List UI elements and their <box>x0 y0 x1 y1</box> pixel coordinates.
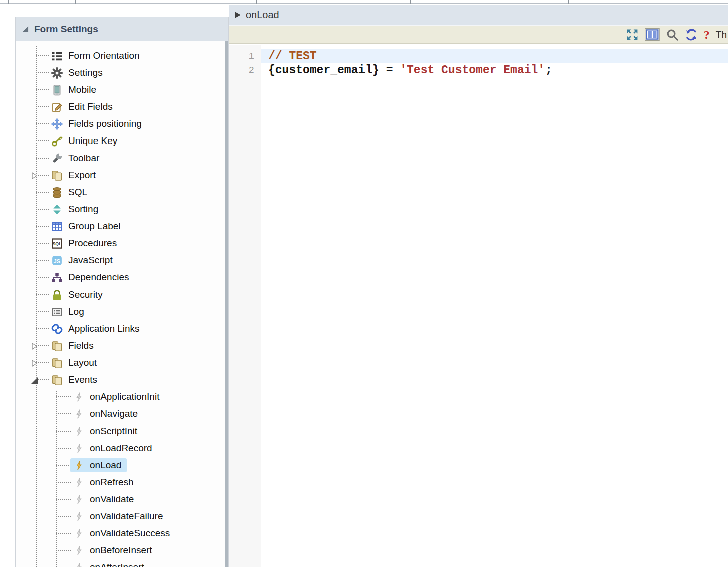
folder-icon <box>50 339 63 352</box>
tree-item-label: Events <box>68 374 97 385</box>
sidebar-item-log[interactable]: Log <box>16 303 228 320</box>
tab-separator <box>256 0 257 4</box>
sidebar-item-onloadrecord[interactable]: onLoadRecord <box>16 440 228 457</box>
lightning-icon <box>73 494 84 505</box>
lightning-icon <box>73 545 84 556</box>
padlock-icon <box>50 288 63 301</box>
wrench-icon <box>50 152 63 165</box>
lightning-icon <box>73 391 84 402</box>
sidebar-item-toolbar[interactable]: Toolbar <box>16 150 228 167</box>
expand-arrow-icon[interactable] <box>30 171 38 179</box>
sidebar-item-onapplicationinit[interactable]: onApplicationInit <box>16 388 228 405</box>
sidebar-item-onvalidatesuccess[interactable]: onValidateSuccess <box>16 525 228 542</box>
folder-icon <box>50 373 63 386</box>
form-settings-panel: Form Settings Form Orientation Settings … <box>15 17 229 567</box>
collapse-arrow-icon[interactable] <box>30 376 38 384</box>
help-icon[interactable]: ? <box>704 29 710 41</box>
editor-title: onLoad <box>246 9 279 21</box>
tree-item-label: Application Links <box>68 323 140 334</box>
gear-icon <box>50 66 63 79</box>
sidebar-item-procedures[interactable]: SQL Procedures <box>16 235 228 252</box>
sql-badge-icon: SQL <box>50 237 63 250</box>
collapse-triangle-icon[interactable] <box>21 25 29 33</box>
code-line-1[interactable]: // TEST <box>261 49 728 63</box>
sidebar-item-events[interactable]: Events <box>16 371 228 388</box>
tree-item-label: Dependencies <box>68 272 129 283</box>
tree-item-label: onAfterInsert <box>90 562 144 567</box>
sidebar-item-dependencies[interactable]: Dependencies <box>16 269 228 286</box>
tree-item-label: Layout <box>68 357 97 368</box>
tree-item-label: Edit Fields <box>68 101 113 112</box>
code-string: 'Test Customer Email' <box>400 64 545 77</box>
list-rows-icon <box>50 49 63 62</box>
editor-header: onLoad <box>229 5 728 26</box>
sidebar-item-onrefresh[interactable]: onRefresh <box>16 474 228 491</box>
settings-tree: Form Orientation Settings Mobile Edit Fi… <box>16 41 228 567</box>
sidebar-item-fields-positioning[interactable]: Fields positioning <box>16 115 228 132</box>
line-number-gutter: 1 2 <box>229 45 261 567</box>
sidebar-item-unique-key[interactable]: Unique Key <box>16 132 228 150</box>
tree-item-label: Mobile <box>68 84 96 95</box>
folder-icon <box>50 169 63 182</box>
lightning-icon <box>73 477 84 488</box>
chain-link-icon <box>50 322 63 335</box>
sidebar-item-onscriptinit[interactable]: onScriptInit <box>16 422 228 440</box>
code-text: ; <box>545 64 552 77</box>
tree-item-label: Sorting <box>68 204 98 215</box>
sidebar-item-javascript[interactable]: JS JavaScript <box>16 252 228 269</box>
code-line-2[interactable]: {customer_email} = 'Test Customer Email'… <box>261 63 728 77</box>
tree-item-label: onValidate <box>90 494 134 505</box>
lightning-icon <box>73 408 84 419</box>
expand-arrow-icon[interactable] <box>30 342 38 350</box>
tree-item-label: Export <box>68 170 96 181</box>
log-list-icon <box>50 305 63 318</box>
fullscreen-icon[interactable] <box>626 28 639 41</box>
folder-icon <box>50 356 63 369</box>
tab-separator <box>8 0 9 4</box>
sidebar-item-layout[interactable]: Layout <box>16 354 228 371</box>
lightning-icon <box>73 426 84 437</box>
tree-item-label: Security <box>68 289 103 300</box>
sidebar-item-group-label[interactable]: Group Label <box>16 218 228 235</box>
expand-arrow-icon[interactable] <box>30 359 38 367</box>
form-settings-header[interactable]: Form Settings <box>16 17 228 41</box>
sidebar-scrollbar[interactable] <box>225 41 228 567</box>
sidebar-item-fields[interactable]: Fields <box>16 337 228 354</box>
tree-item-label: Log <box>68 306 84 317</box>
sidebar-item-onbeforeinsert[interactable]: onBeforeInsert <box>16 542 228 559</box>
sidebar-item-security[interactable]: Security <box>16 286 228 303</box>
tree-item-label: onNavigate <box>90 408 138 419</box>
search-icon[interactable] <box>666 28 679 41</box>
sidebar-item-onvalidatefailure[interactable]: onValidateFailure <box>16 508 228 525</box>
sidebar-item-settings[interactable]: Settings <box>16 64 228 81</box>
table-grid-icon <box>50 220 63 233</box>
play-triangle-icon <box>234 11 241 19</box>
line-number: 2 <box>229 63 254 77</box>
sidebar-item-edit-fields[interactable]: Edit Fields <box>16 98 228 115</box>
sidebar-item-sorting[interactable]: Sorting <box>16 201 228 218</box>
sidebar-item-application-links[interactable]: Application Links <box>16 320 228 337</box>
sidebar-item-onafterinsert[interactable]: onAfterInsert <box>16 559 228 567</box>
sidebar-item-onvalidate[interactable]: onValidate <box>16 491 228 508</box>
code-area[interactable]: // TEST {customer_email} = 'Test Custome… <box>261 45 728 567</box>
cropped-top-strip <box>0 0 728 4</box>
code-mirror[interactable]: 1 2 // TEST {customer_email} = 'Test Cus… <box>229 45 728 567</box>
mobile-phone-icon <box>50 83 63 96</box>
sidebar-item-form-orientation[interactable]: Form Orientation <box>16 47 228 64</box>
sidebar-item-sql[interactable]: SQL <box>16 184 228 201</box>
lightning-icon <box>73 511 84 522</box>
tree-item-label: onApplicationInit <box>90 391 159 402</box>
split-columns-icon[interactable] <box>645 28 660 41</box>
key-icon <box>50 134 63 148</box>
sitemap-icon <box>50 271 63 284</box>
lightning-icon <box>73 528 84 539</box>
sidebar-item-mobile[interactable]: Mobile <box>16 81 228 98</box>
database-icon <box>50 186 63 199</box>
tree-item-label: onBeforeInsert <box>90 545 152 556</box>
tree-item-label: Group Label <box>68 221 121 232</box>
sidebar-item-onload-selected[interactable]: onLoad <box>16 457 228 474</box>
refresh-icon[interactable] <box>685 28 698 41</box>
tree-item-label: onLoadRecord <box>90 443 152 454</box>
sidebar-item-export[interactable]: Export <box>16 167 228 184</box>
sidebar-item-onnavigate[interactable]: onNavigate <box>16 405 228 422</box>
